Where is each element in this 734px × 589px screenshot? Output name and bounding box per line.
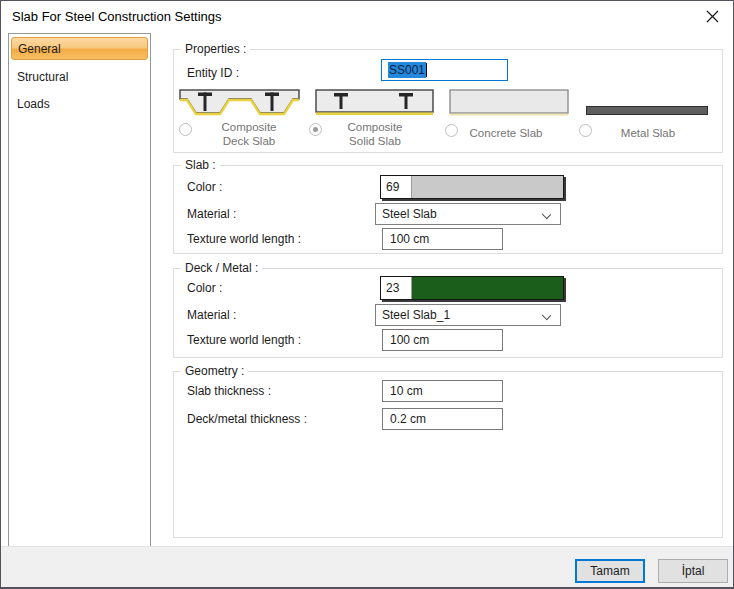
cancel-button-label: İptal bbox=[682, 564, 705, 578]
sidebar-item-general[interactable]: General bbox=[11, 37, 148, 60]
composite-solid-slab-icon[interactable] bbox=[315, 89, 434, 117]
text-caret bbox=[426, 63, 427, 77]
properties-group: Properties : Entity ID : SS001 bbox=[173, 49, 723, 153]
deck-texture-input[interactable]: 100 cm bbox=[382, 329, 503, 351]
close-button[interactable] bbox=[701, 6, 723, 26]
deck-texture-label: Texture world length : bbox=[187, 333, 301, 348]
ok-button[interactable]: Tamam bbox=[575, 559, 645, 583]
dialog-window: Slab For Steel Construction Settings Gen… bbox=[0, 0, 734, 589]
radio-metal-slab[interactable] bbox=[579, 124, 592, 137]
slab-color-index: 69 bbox=[381, 176, 412, 198]
geometry-group: Geometry : Slab thickness : 10 cm Deck/m… bbox=[173, 371, 723, 538]
deck-metal-group: Deck / Metal : Color : 23 Material : Ste… bbox=[173, 268, 723, 358]
slab-color-label: Color : bbox=[187, 180, 222, 195]
slab-texture-input[interactable]: 100 cm bbox=[382, 228, 503, 250]
deck-color-index: 23 bbox=[381, 277, 412, 299]
radio-composite-deck-slab[interactable] bbox=[179, 123, 192, 136]
geometry-group-label: Geometry : bbox=[181, 364, 248, 378]
entity-id-label: Entity ID : bbox=[187, 66, 239, 81]
slab-color-picker[interactable]: 69 bbox=[380, 175, 564, 199]
sidebar-item-label: General bbox=[18, 42, 61, 56]
metal-slab-icon[interactable] bbox=[586, 106, 708, 115]
properties-group-label: Properties : bbox=[181, 42, 250, 56]
deck-texture-value: 100 cm bbox=[390, 333, 429, 347]
slab-thickness-value: 10 cm bbox=[390, 384, 423, 398]
concrete-slab-icon[interactable] bbox=[449, 89, 569, 117]
slab-thickness-input[interactable]: 10 cm bbox=[382, 380, 503, 402]
deck-color-swatch bbox=[412, 277, 563, 299]
deck-material-select[interactable]: Steel Slab_1 bbox=[375, 304, 561, 326]
deck-material-value: Steel Slab_1 bbox=[382, 308, 450, 322]
slab-thickness-label: Slab thickness : bbox=[187, 384, 271, 399]
composite-deck-slab-icon[interactable] bbox=[179, 89, 300, 117]
dialog-title: Slab For Steel Construction Settings bbox=[12, 9, 222, 24]
sidebar-item-label: Structural bbox=[17, 70, 68, 84]
cancel-button[interactable]: İptal bbox=[658, 559, 728, 583]
sidebar-item-label: Loads bbox=[17, 97, 50, 111]
entity-id-input[interactable]: SS001 bbox=[381, 59, 508, 81]
slab-group-label: Slab : bbox=[181, 158, 220, 172]
ok-button-label: Tamam bbox=[590, 564, 629, 578]
deck-thickness-value: 0.2 cm bbox=[390, 412, 426, 426]
composite-deck-slab-label: Composite Deck Slab bbox=[193, 120, 305, 148]
deck-color-picker[interactable]: 23 bbox=[380, 276, 564, 300]
slab-color-swatch bbox=[412, 176, 563, 198]
slab-material-label: Material : bbox=[187, 207, 236, 222]
slab-texture-label: Texture world length : bbox=[187, 232, 301, 247]
chevron-down-icon bbox=[542, 210, 551, 219]
composite-solid-slab-label: Composite Solid Slab bbox=[319, 120, 431, 148]
title-bar: Slab For Steel Construction Settings bbox=[1, 1, 733, 31]
deck-metal-group-label: Deck / Metal : bbox=[181, 261, 262, 275]
slab-material-value: Steel Slab bbox=[382, 207, 437, 221]
dialog-footer: Tamam İptal bbox=[1, 546, 733, 587]
metal-slab-label: Metal Slab bbox=[592, 126, 704, 140]
slab-texture-value: 100 cm bbox=[390, 232, 429, 246]
chevron-down-icon bbox=[542, 311, 551, 320]
category-list: General Structural Loads bbox=[8, 33, 151, 549]
entity-id-value: SS001 bbox=[388, 62, 426, 78]
slab-group: Slab : Color : 69 Material : Steel Slab … bbox=[173, 165, 723, 254]
deck-material-label: Material : bbox=[187, 308, 236, 323]
deck-thickness-input[interactable]: 0.2 cm bbox=[382, 408, 503, 430]
slab-material-select[interactable]: Steel Slab bbox=[375, 203, 561, 225]
sidebar-item-structural[interactable]: Structural bbox=[11, 65, 148, 88]
deck-thickness-label: Deck/metal thickness : bbox=[187, 412, 307, 427]
concrete-slab-label: Concrete Slab bbox=[450, 126, 562, 140]
close-icon bbox=[706, 10, 719, 23]
sidebar-item-loads[interactable]: Loads bbox=[11, 92, 148, 115]
deck-color-label: Color : bbox=[187, 281, 222, 296]
